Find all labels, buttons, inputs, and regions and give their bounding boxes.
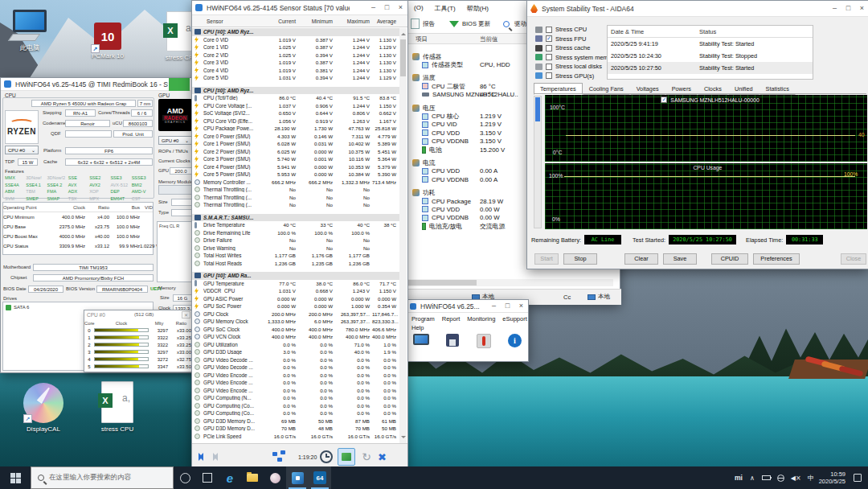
info-icon[interactable]: i — [508, 334, 522, 347]
sensor-row[interactable]: GPU Video Encode ...0.0 %0.0 %0.0 %0.0 % — [192, 379, 400, 387]
sensor-row[interactable]: Core 2 Power (SMU)6.025 W0.000 W10.375 W… — [192, 148, 400, 156]
stress-option[interactable]: Stress local disks — [535, 62, 616, 72]
scroll-up-icon[interactable] — [401, 31, 406, 35]
save-report-icon[interactable] — [446, 334, 459, 347]
sensor-section-header[interactable]: CPU [#0]: AMD Ryz... — [192, 28, 400, 36]
menu-item-tools[interactable]: 工具(T) — [435, 4, 456, 13]
column-item[interactable]: 项目 — [416, 35, 428, 43]
tray-expand-icon[interactable]: ∧ — [750, 475, 755, 482]
sensor-row[interactable]: GPU Clock200.0 MHz200.0 MHz263,397,57...… — [192, 310, 400, 318]
stress-option[interactable]: ✓Stress FPU — [535, 35, 616, 44]
sensors-icon[interactable] — [477, 334, 491, 348]
sensor-row[interactable]: GPU D3D Usage3.0 %0.0 %40.0 %1.9 % — [192, 348, 400, 356]
operating-point-row[interactable]: CPU Boost Max4000.0 MHzx40.00100.0 MHz — [3, 232, 153, 241]
sensor-row[interactable]: GPU Video Encode ...0.0 %0.0 %0.0 %0.0 % — [192, 372, 400, 380]
stress-option[interactable]: Stress cache — [535, 43, 616, 53]
cpuid-button[interactable]: CPUID — [711, 253, 748, 265]
scrollbar-thumb[interactable] — [406, 280, 477, 286]
sensor-row[interactable]: GPU Computing (Co...0.0 %0.0 %0.0 %0.0 % — [192, 402, 400, 410]
minimize-button[interactable]: – — [366, 1, 380, 14]
checkbox[interactable] — [546, 72, 552, 79]
maximize-button[interactable]: □ — [380, 1, 394, 14]
volume-icon[interactable]: ◀× — [791, 475, 801, 482]
operating-point-row[interactable]: CPU Minimum400.0 MHzx4.00100.0 MHz — [3, 212, 153, 222]
sensor-row[interactable]: Core 1 VID1.025 V0.387 V1.244 V1.129 V — [192, 43, 400, 51]
system-summary-icon[interactable] — [413, 334, 429, 345]
sensor-row[interactable]: Drive FailureNoNoNo — [192, 236, 400, 244]
log-col-status[interactable]: Status — [696, 28, 813, 35]
gpu-select-dropdown[interactable]: GPU #0⌄ — [158, 136, 192, 145]
close-button[interactable]: × — [514, 299, 528, 313]
sensor-row[interactable]: Core 4 VID1.019 V0.381 V1.244 V1.130 V — [192, 67, 400, 75]
sensor-row[interactable]: Core 2 VID1.025 V0.394 V1.244 V1.130 V — [192, 51, 400, 60]
log-row[interactable]: 2020/5/25 10:24:30Stability Test: Stoppe… — [608, 50, 813, 62]
column-maximum[interactable]: Maximum — [335, 18, 372, 24]
column-value[interactable]: 当前值 — [480, 35, 498, 43]
desktop-icon-stress-cpu[interactable]: X a, stress CPU — [85, 381, 149, 433]
desktop-icon-this-pc[interactable]: 此电脑 — [6, 10, 53, 52]
close-sensors-icon[interactable]: ✖ — [378, 451, 387, 463]
sensor-row[interactable]: Total Host Reads1,236 GB1,235 GB1,236 GB — [192, 260, 400, 268]
sensor-row[interactable]: SoC Voltage (SVI2...0.650 V0.644 V0.806 … — [192, 109, 400, 117]
sensor-row[interactable]: Core 5 VID1.031 V0.394 V1.244 V1.129 V — [192, 74, 400, 82]
operating-point-row[interactable]: CPU Status3309.9 MHzx33.1299.9 MHz1.0229… — [3, 241, 153, 251]
logging-button[interactable] — [338, 448, 355, 466]
ime-indicator[interactable]: 中 — [808, 474, 814, 483]
desktop-icon-displaycal[interactable]: ↗ DisplayCAL — [10, 383, 77, 433]
sensor-row[interactable]: Thermal Throttling (...NoNoNo — [192, 186, 400, 194]
column-current[interactable]: Current — [266, 18, 298, 24]
checkbox[interactable] — [546, 64, 552, 70]
column-minimum[interactable]: Minimum — [298, 18, 335, 24]
pinned-app-button[interactable] — [264, 466, 286, 489]
sensor-row[interactable]: GPU Utilization0.0 %0.0 %71.0 %1.0 % — [192, 341, 400, 349]
sensor-row[interactable]: Core 0 VID1.019 V0.387 V1.244 V1.130 V — [192, 36, 400, 44]
sensor-row[interactable]: GPU SoC Clock400.0 MHz400.0 MHz780.0 MHz… — [192, 326, 400, 334]
stress-option[interactable]: Stress CPU — [535, 25, 616, 35]
reset-values-icon[interactable]: ↻ — [362, 450, 371, 463]
sensor-row[interactable]: Drive WarningNoNoNo — [192, 244, 400, 253]
sensor-row[interactable]: Core 4 Power (SMU)5.941 W0.000 W10.353 W… — [192, 163, 400, 171]
sensor-row[interactable]: VDDCR_CPU1.031 V0.668 V1.243 V1.150 V — [192, 287, 400, 295]
menu-monitoring[interactable]: Monitoring — [467, 315, 495, 323]
bios-update-button[interactable]: BIOS 更新 — [462, 20, 490, 28]
menu-item-help[interactable]: 帮助(H) — [467, 4, 489, 13]
sensor-row[interactable]: Thermal Throttling (...NoNoNo — [192, 201, 400, 209]
sensor-settings-icon[interactable] — [272, 450, 287, 463]
sensor-row[interactable]: Core 3 VID1.019 V0.387 V1.244 V1.130 V — [192, 59, 400, 67]
sensor-row[interactable]: CPU Package Powe...28.190 W1.730 W47.763… — [192, 125, 400, 133]
column-average[interactable]: Average — [372, 18, 399, 24]
hwinfo-taskbar-button[interactable] — [286, 466, 309, 489]
maximize-button[interactable]: □ — [841, 2, 855, 15]
operating-point-row[interactable]: CPU Base2375.0 MHzx23.75100.0 MHz — [3, 222, 153, 232]
sensor-row[interactable]: Memory Controller ...666.2 MHz666.2 MHz1… — [192, 179, 400, 187]
aida64-taskbar-button[interactable]: 64 — [309, 466, 331, 489]
clock-icon[interactable] — [320, 450, 333, 463]
legend-checkbox[interactable]: ✓ — [661, 97, 667, 103]
sensor-row[interactable]: GPU ASIC Power0.000 W0.000 W0.000 W0.000… — [192, 295, 400, 303]
desktop-icon-pcmark10[interactable]: 10 ↗ PCMark 10 — [80, 23, 135, 60]
sensor-row[interactable]: GPU Video Decode ...0.0 %0.0 %0.0 %0.0 % — [192, 364, 400, 372]
checkbox[interactable] — [546, 27, 552, 33]
launcher-titlebar[interactable]: HWiNFO64 v6.25... – □ × — [407, 300, 528, 313]
sensor-row[interactable]: CPU (Tctl/Tdie)86.0 °C40.4 °C91.5 °C83.8… — [192, 94, 400, 102]
checkbox[interactable] — [546, 45, 552, 51]
menu-program[interactable]: Program — [411, 315, 435, 323]
close-icon[interactable]: ✕ — [182, 311, 190, 318]
log-col-datetime[interactable]: Date & Time — [608, 28, 696, 35]
stress-option[interactable]: Stress GPU(s) — [535, 72, 616, 81]
sensor-row[interactable]: Core 5 Power (SMU)5.953 W0.000 W10.384 W… — [192, 171, 400, 179]
sensor-row[interactable]: Drive Temperature40 °C33 °C40 °C38 °C — [192, 221, 400, 229]
file-explorer-button[interactable] — [241, 466, 264, 489]
checkbox[interactable] — [546, 54, 552, 60]
maximize-button[interactable]: □ — [501, 299, 514, 313]
sensor-row[interactable]: GPU Computing (Co...0.0 %0.0 %0.0 %0.0 % — [192, 409, 400, 417]
scrollbar-thumb[interactable] — [535, 97, 540, 121]
sensor-section-header[interactable]: S.M.A.R.T.: SAMSU... — [192, 214, 400, 222]
sensor-row[interactable]: CPU Core Voltage [...1.037 V0.906 V1.244… — [192, 102, 400, 110]
menu-esupport[interactable]: eSupport — [502, 315, 526, 323]
expand-columns-button[interactable] — [195, 446, 207, 467]
minimize-button[interactable]: – — [487, 299, 501, 313]
sensor-row[interactable]: CPU Core VID (Effe...1.056 V0.919 V1.263… — [192, 117, 400, 125]
stability-titlebar[interactable]: System Stability Test - AIDA64 – □ × — [527, 1, 868, 17]
sensor-section-header[interactable]: CPU [#0]: AMD Ryz... — [192, 87, 400, 95]
